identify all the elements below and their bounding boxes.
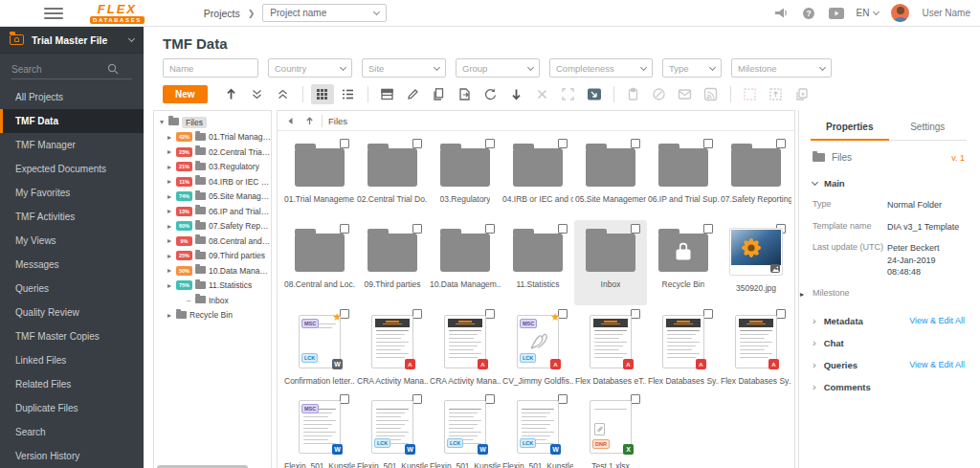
sidebar-item-tmf-manager[interactable]: TMF Manager	[0, 133, 144, 157]
tree-expand-icon[interactable]: ▸	[166, 252, 173, 260]
tile-checkbox[interactable]	[412, 394, 422, 404]
refresh-icon[interactable]	[479, 84, 502, 104]
sidebar-item-tmf-master-copies[interactable]: TMF Master Copies	[0, 324, 144, 348]
sidebar-item-linked-files[interactable]: Linked Files	[0, 348, 144, 372]
sidebar-item-search[interactable]: Search	[0, 420, 144, 444]
hamburger-menu-icon[interactable]	[44, 5, 63, 22]
help-icon[interactable]: ?	[801, 7, 816, 20]
tile-checkbox[interactable]	[340, 224, 349, 234]
avatar[interactable]	[891, 4, 909, 22]
tile-checkbox[interactable]	[412, 139, 422, 148]
file-tile-flexin-501-kunstle[interactable]: LCKWFlexin_501_Kunstle...	[501, 390, 574, 468]
tile-checkbox[interactable]	[412, 309, 422, 319]
tree-node-01-trial-management[interactable]: ▸42%01.Trial Management	[154, 130, 271, 145]
tree-expand-icon[interactable]: –	[185, 296, 192, 304]
back-icon[interactable]	[283, 114, 297, 127]
tile-checkbox[interactable]	[776, 309, 786, 319]
file-tile-03-regulatory[interactable]: 03.Regulatory	[429, 135, 501, 220]
sidebar-item-all-projects[interactable]: All Projects	[0, 85, 144, 109]
announcements-icon[interactable]	[773, 7, 789, 20]
panel-collapse-icon[interactable]: ▸	[800, 290, 804, 299]
section-label[interactable]: Comments	[824, 382, 965, 392]
file-tile-flexin-501-kunstle[interactable]: LCKWFlexin_501_Kunstle...	[356, 390, 429, 468]
tile-checkbox[interactable]	[558, 139, 568, 148]
file-tile-flex-databases-et[interactable]: AFlex Databases eT...	[574, 305, 647, 390]
tree-expand-icon[interactable]: ▸	[166, 281, 173, 290]
tile-checkbox[interactable]	[631, 309, 640, 319]
file-tile-flex-databases-sy[interactable]: AFlex Databases Sy...	[647, 305, 720, 390]
tree-node-03-regulatory[interactable]: ▸21%03.Regulatory	[154, 160, 271, 175]
grid-view-icon[interactable]	[311, 84, 334, 104]
details-icon[interactable]	[376, 84, 399, 104]
expand-all-icon[interactable]	[246, 84, 269, 104]
tree-node-10-data-management[interactable]: ▸50%10.Data Management	[154, 263, 271, 279]
view-edit-all-link[interactable]: View & Edit All	[909, 316, 965, 325]
tile-checkbox[interactable]	[340, 139, 349, 148]
tree-expand-icon[interactable]: ▸	[166, 133, 173, 142]
tree-expand-icon[interactable]: ▾	[158, 118, 166, 126]
file-tile-flexin-501-kunstle[interactable]: MSCWFlexin_501_Kunstle...	[283, 390, 356, 468]
filter-select-site[interactable]: Site	[362, 58, 446, 78]
filter-select-country[interactable]: Country	[268, 58, 352, 78]
tile-checkbox[interactable]	[703, 139, 713, 148]
tile-checkbox[interactable]	[485, 394, 495, 404]
sidebar-item-my-views[interactable]: My Views	[0, 229, 144, 253]
language-select[interactable]: EN	[857, 8, 880, 18]
tile-checkbox[interactable]	[485, 309, 495, 319]
tree-node-files[interactable]: ▾Files	[154, 115, 271, 130]
file-tile-350920-jpg[interactable]: 350920.jpg	[720, 220, 792, 305]
sidebar-item-tmf-data[interactable]: TMF Data	[0, 109, 144, 133]
sidebar-item-tmf-activities[interactable]: TMF Activities	[0, 205, 144, 229]
tile-checkbox[interactable]	[412, 224, 422, 234]
video-tutorials-icon[interactable]	[829, 7, 844, 20]
module-switcher[interactable]: Trial Master File	[0, 27, 144, 54]
tab-properties[interactable]: Properties	[811, 116, 889, 141]
up-level-icon[interactable]	[302, 114, 316, 127]
tree-expand-icon[interactable]: ▸	[166, 192, 173, 201]
tree-node-11-statistics[interactable]: ▸75%11.Statistics	[154, 279, 271, 294]
export-icon[interactable]	[454, 84, 477, 104]
section-label[interactable]: Chat	[824, 338, 965, 348]
tree-node-recycle-bin[interactable]: ▸Recycle Bin	[154, 308, 271, 323]
file-tile-04-irb-or-iec-and-o[interactable]: 04.IRB or IEC and o...	[501, 135, 574, 220]
file-tile-recycle-bin[interactable]: Recycle Bin	[647, 220, 720, 305]
upload-icon[interactable]	[220, 84, 243, 104]
tab-settings[interactable]: Settings	[889, 116, 968, 141]
file-tile-01-trial-manageme[interactable]: 01.Trial Manageme...	[283, 135, 356, 220]
tile-checkbox[interactable]	[631, 224, 640, 234]
download-icon[interactable]	[505, 84, 528, 104]
file-tile-confirmation-letter[interactable]: MSC★LCKWConfirmation letter...	[283, 305, 356, 390]
new-button[interactable]: New	[163, 85, 208, 103]
file-tile-cv-jimmy-goldfis[interactable]: MSC★LCKACV_Jimmy Goldfis...	[501, 305, 574, 390]
copy-icon[interactable]	[428, 84, 451, 104]
filter-select-completeness[interactable]: Completeness	[549, 58, 653, 78]
list-view-icon[interactable]	[337, 84, 360, 104]
tree-expand-icon[interactable]: ▸	[166, 147, 173, 156]
tile-checkbox[interactable]	[558, 224, 568, 234]
file-tile-test-1-xlsx[interactable]: DNRXTest 1.xlsx	[574, 390, 647, 468]
sidebar-item-my-favorites[interactable]: My Favorites	[0, 181, 144, 205]
file-tile-05-site-management[interactable]: 05.Site Management	[574, 135, 647, 220]
tree-node-inbox[interactable]: –Inbox	[154, 293, 271, 308]
tree-expand-icon[interactable]: ▸	[166, 236, 173, 245]
sidebar-search-input[interactable]	[11, 64, 107, 75]
tile-checkbox[interactable]	[776, 139, 786, 148]
file-tile-09-third-parties[interactable]: 09.Third parties	[356, 220, 429, 305]
tree-expand-icon[interactable]: ▸	[166, 207, 173, 215]
name-filter-input[interactable]	[163, 58, 258, 78]
tree-expand-icon[interactable]: ▸	[166, 177, 173, 186]
file-tile-flexin-501-kunstle[interactable]: LCKWFlexin_501_Kunstle...	[429, 390, 501, 468]
filter-select-milestone[interactable]: Milestone	[731, 58, 832, 78]
sidebar-item-queries[interactable]: Queries	[0, 277, 144, 301]
tree-expand-icon[interactable]: ▸	[166, 266, 173, 275]
filter-select-group[interactable]: Group	[456, 58, 540, 78]
file-tile-07-safety-reporting[interactable]: 07.Safety Reporting	[720, 135, 792, 220]
sidebar-item-related-files[interactable]: Related Files	[0, 372, 144, 396]
file-tile-cra-activity-mana[interactable]: ACRA Activity Mana...	[356, 305, 429, 390]
file-tile-08-central-and-loc[interactable]: 08.Central and Loc...	[283, 220, 356, 305]
project-select[interactable]: Project name	[262, 4, 387, 22]
tile-checkbox[interactable]	[703, 309, 713, 319]
tile-checkbox[interactable]	[631, 394, 640, 404]
file-tile-inbox[interactable]: Inbox	[574, 220, 647, 305]
file-tile-cra-activity-mana[interactable]: ACRA Activity Mana...	[429, 305, 501, 390]
